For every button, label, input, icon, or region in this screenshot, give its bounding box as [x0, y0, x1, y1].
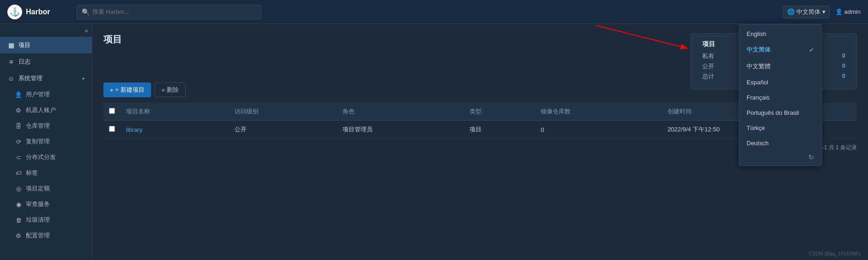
top-navigation: ⚓ Harbor 🔍 🌐 中文简体 ▾ 👤 admin: [0, 0, 868, 24]
copy-icon: ⟳: [15, 138, 22, 145]
sidebar-item-logs-label: 日志: [18, 58, 84, 66]
select-all-checkbox[interactable]: [109, 108, 115, 114]
sidebar-item-audit-label: 审查服务: [26, 200, 50, 208]
language-option[interactable]: Español: [739, 75, 821, 90]
app-name: Harbor: [26, 8, 50, 16]
user-icon: 👤: [835, 8, 843, 15]
projects-total-label: 总计: [702, 72, 714, 81]
language-option[interactable]: Français: [739, 90, 821, 105]
sidebar-item-warehouse-label: 仓库管理: [26, 122, 50, 130]
sidebar-item-config[interactable]: ⚙ 配置管理: [0, 228, 92, 243]
audit-icon: ◉: [15, 201, 22, 208]
row-project-name: library: [121, 121, 229, 139]
sidebar-item-user-mgmt[interactable]: 👤 用户管理: [0, 87, 92, 102]
project-name-link[interactable]: library: [126, 126, 142, 133]
col-project-name: 项目名称: [121, 103, 229, 121]
language-option[interactable]: Deutsch: [739, 136, 821, 151]
sidebar-item-system-label: 系统管理: [18, 74, 78, 83]
tags-icon: 🏷: [15, 170, 22, 177]
delete-icon: ×: [162, 87, 165, 94]
projects-private-label: 私有: [702, 52, 714, 60]
user-menu[interactable]: 👤 admin: [835, 8, 861, 15]
language-option[interactable]: Türkçe: [739, 120, 821, 136]
language-option[interactable]: Português do Brasil: [739, 105, 821, 120]
projects-icon: ▦: [7, 41, 15, 49]
col-type: 类型: [464, 103, 535, 121]
logo-icon: ⚓: [7, 5, 22, 19]
search-input[interactable]: [92, 8, 256, 15]
repos-public-value: 0: [842, 62, 845, 71]
sidebar-item-trash-label: 垃圾清理: [26, 216, 50, 224]
sidebar-item-trash[interactable]: 🗑 垃圾清理: [0, 212, 92, 228]
new-project-label: + 新建项目: [115, 86, 145, 94]
delete-button[interactable]: × 删除: [155, 83, 186, 97]
sidebar-item-audit[interactable]: ◉ 审查服务: [0, 196, 92, 212]
row-checkbox[interactable]: [109, 126, 115, 132]
quota-icon: ◎: [15, 185, 22, 192]
search-icon: 🔍: [82, 8, 90, 16]
chevron-down-icon: ▾: [82, 76, 84, 81]
logs-icon: ≡: [7, 58, 15, 65]
language-option[interactable]: 中文简体✓: [739, 41, 821, 58]
sidebar-item-tags[interactable]: 🏷 标签: [0, 165, 92, 181]
sidebar: « ▦ 项目 ≡ 日志 ☺ 系统管理 ▾ 👤 用户管理 ⚙ 机器人账户 🗄 仓库…: [0, 24, 92, 260]
search-container: 🔍: [77, 5, 261, 19]
topnav-right: 🌐 中文简体 ▾ 👤 admin: [783, 6, 861, 18]
sidebar-item-tags-label: 标签: [26, 169, 38, 177]
language-option[interactable]: English: [739, 26, 821, 41]
user-mgmt-icon: 👤: [15, 91, 22, 98]
language-dropdown: English中文简体✓中文繁體EspañolFrançaisPortuguês…: [739, 24, 822, 166]
row-type: 项目: [464, 121, 535, 139]
refresh-icon[interactable]: ↻: [739, 151, 821, 164]
sidebar-item-projects[interactable]: ▦ 项目: [0, 37, 92, 53]
col-role: 角色: [337, 103, 464, 121]
sidebar-item-distribution[interactable]: ⊂ 分布式分发: [0, 149, 92, 165]
sidebar-item-copy-mgmt[interactable]: ⟳ 复制管理: [0, 134, 92, 149]
sidebar-item-robot-label: 机器人账户: [26, 106, 56, 114]
current-language: 中文简体: [796, 8, 820, 16]
language-option[interactable]: 中文繁體: [739, 58, 821, 75]
trash-icon: 🗑: [15, 217, 22, 224]
watermark-text: CSDN @qq_18153681: [808, 251, 861, 256]
delete-label: 删除: [167, 86, 179, 94]
footer-watermark: CSDN @qq_18153681: [808, 251, 861, 256]
row-access: 公开: [229, 121, 338, 139]
sidebar-item-projects-label: 项目: [18, 41, 84, 49]
sidebar-item-robot-accounts[interactable]: ⚙ 机器人账户: [0, 102, 92, 118]
system-icon: ☺: [7, 75, 15, 82]
row-role: 项目管理员: [337, 121, 464, 139]
sidebar-collapse-btn[interactable]: «: [0, 24, 92, 37]
app-logo[interactable]: ⚓ Harbor: [7, 5, 67, 19]
sidebar-item-quota[interactable]: ◎ 项目定额: [0, 181, 92, 196]
plus-icon: +: [110, 87, 114, 94]
col-repo-count: 镜像仓库数: [535, 103, 662, 121]
projects-public-label: 公开: [702, 62, 714, 71]
search-box: 🔍: [77, 5, 261, 19]
repos-total-value: 0: [842, 72, 845, 81]
sidebar-item-config-label: 配置管理: [26, 231, 50, 240]
sidebar-item-copy-label: 复制管理: [26, 137, 50, 146]
sidebar-item-warehouse[interactable]: 🗄 仓库管理: [0, 118, 92, 134]
sidebar-item-logs[interactable]: ≡ 日志: [0, 53, 92, 70]
sidebar-item-system[interactable]: ☺ 系统管理 ▾: [0, 70, 92, 87]
config-icon: ⚙: [15, 232, 22, 239]
globe-icon: 🌐: [787, 8, 795, 15]
app-layout: « ▦ 项目 ≡ 日志 ☺ 系统管理 ▾ 👤 用户管理 ⚙ 机器人账户 🗄 仓库…: [0, 24, 868, 260]
header-checkbox-cell: [103, 103, 121, 121]
sidebar-item-distribution-label: 分布式分发: [26, 153, 56, 161]
pagination-summary: 1-1 共 1 条记录: [819, 144, 857, 152]
warehouse-icon: 🗄: [15, 123, 22, 130]
row-repo-count: 0: [535, 121, 662, 139]
sidebar-item-user-mgmt-label: 用户管理: [26, 90, 50, 99]
sidebar-item-quota-label: 项目定额: [26, 184, 50, 193]
col-access-level: 访问级别: [229, 103, 338, 121]
new-project-button[interactable]: + + 新建项目: [103, 83, 151, 97]
username: admin: [844, 8, 861, 15]
language-selector[interactable]: 🌐 中文简体 ▾: [783, 6, 830, 18]
row-checkbox-cell: [103, 121, 121, 139]
distribution-icon: ⊂: [15, 154, 22, 161]
collapse-icon[interactable]: «: [84, 27, 88, 34]
repos-private-value: 0: [842, 52, 845, 60]
robot-icon: ⚙: [15, 107, 22, 114]
chevron-down-icon: ▾: [822, 8, 826, 15]
